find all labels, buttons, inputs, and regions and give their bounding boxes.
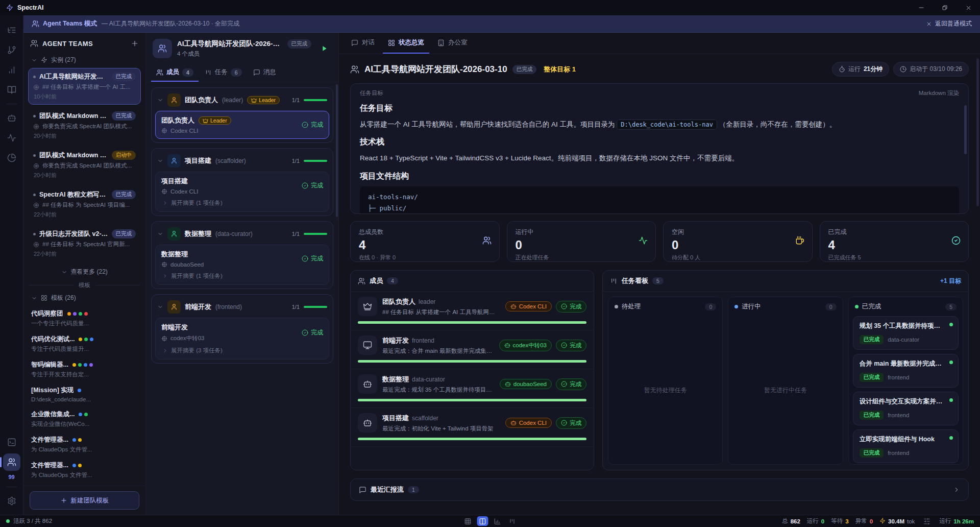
member-row[interactable]: 数据整理data-curator 最近完成：规划 35 个工具数据并待项目骨架就… xyxy=(351,369,594,408)
member-progress-bar xyxy=(358,438,586,440)
kanban-card[interactable]: 设计组件与交互实现方案并待... 已完成 frontend xyxy=(853,392,959,425)
sidebar-scroll-area[interactable]: 实例 (27) AI工具导航网站开发团... 已完成 ## 任务目标 从零搭建一… xyxy=(23,52,145,486)
rail-git-branch-button[interactable] xyxy=(3,41,20,59)
app-title: SpectrAI xyxy=(17,4,43,11)
restore-button[interactable] xyxy=(933,0,957,15)
goal-panel-scrollbar[interactable] xyxy=(964,105,967,154)
template-item[interactable]: [Mission] 实现 D:\desk_code\claude... xyxy=(28,382,141,406)
markdown-render-toggle[interactable]: Markdown 渲染 xyxy=(919,89,959,97)
member-group-header[interactable]: 团队负责人 (leader) Leader 1/1 xyxy=(155,91,329,111)
template-desc: 为 ClaudeOps 文件管... xyxy=(31,471,138,479)
member-name: 团队负责人 xyxy=(161,116,194,125)
rail-docs-button[interactable] xyxy=(3,81,20,99)
chevron-down-icon xyxy=(157,97,163,103)
rail-divider xyxy=(6,487,17,487)
expand-summary-toggle[interactable]: 展开摘要 (3 项任务) xyxy=(161,347,323,354)
status-dot xyxy=(33,76,36,78)
expand-summary-toggle[interactable]: 展开摘要 (1 项任务) xyxy=(161,272,323,280)
view-kanban-button[interactable] xyxy=(507,516,518,526)
instance-status-badge: 已完成 xyxy=(112,72,136,81)
member-group-header[interactable]: 项目搭建 (scaffolder) 1/1 xyxy=(155,152,329,172)
mode-title: Agent Teams 模式 xyxy=(32,19,97,28)
exit-mode-button[interactable]: 返回普通模式 xyxy=(926,19,972,28)
group-role: (frontend) xyxy=(215,303,242,310)
group-role: (data-curator) xyxy=(215,230,253,237)
started-pill: 启动于 03/10 09:26 xyxy=(893,62,969,77)
bot-icon xyxy=(505,381,511,387)
team-tab-成员[interactable]: 成员4 xyxy=(151,63,199,82)
team-tab-消息[interactable]: 消息 xyxy=(248,63,281,82)
sidebar-header: AGENT TEAMS xyxy=(23,33,145,52)
member-card[interactable]: 项目搭建 Codex CLI 完成 展开摘要 (1 项任务) xyxy=(155,172,329,212)
stat-sub: 待分配 0 人 xyxy=(672,254,804,261)
instance-desc: 你要负责完成 SpectrAI 团队模式... xyxy=(33,123,136,130)
member-row[interactable]: 项目搭建scaffolder 最近完成：初始化 Vite + Tailwind … xyxy=(351,408,594,447)
template-item[interactable]: 文件管理器... 为 ClaudeOps 文件管... xyxy=(28,432,141,458)
kanban-card[interactable]: 立即实现前端组件与 Hook 已完成 frontend xyxy=(853,429,959,463)
member-model: codex中转03 xyxy=(161,334,302,342)
sliders-icon xyxy=(923,518,930,525)
template-item[interactable]: 企业微信集成... 实现企业微信(WeCo... xyxy=(28,406,141,432)
team-panel-scrollbar[interactable] xyxy=(336,84,338,217)
instance-item[interactable]: SpectrAI 教程文档写作... 已完成 ## 任务目标 为 SpectrA… xyxy=(28,186,141,223)
instances-section-toggle[interactable]: 实例 (27) xyxy=(28,52,141,68)
status-metrics: 总862运行0等待3异常030.4Mtok运行1h 26m xyxy=(782,516,974,526)
chevron-down-icon xyxy=(157,158,163,164)
template-item[interactable]: 代码洞察团 一个专注于代码质量... xyxy=(28,306,141,331)
instance-item[interactable]: 团队模式 Markdown 渲... 已完成 你要负责完成 SpectrAI 团… xyxy=(28,107,141,144)
main-tab-状态总览[interactable]: 状态总览 xyxy=(383,33,429,54)
member-card[interactable]: 团队负责人 Leader Codex CLI 完成 xyxy=(155,111,329,139)
show-more-button[interactable]: 查看更多 (22) xyxy=(28,265,141,280)
main-scrollbar[interactable] xyxy=(976,58,979,206)
new-template-button[interactable]: 新建团队模板 xyxy=(30,491,139,510)
view-chart-button[interactable] xyxy=(492,516,503,526)
total-runtime: 运行1h 26m xyxy=(939,517,974,525)
member-group: 项目搭建 (scaffolder) 1/1 项目搭建 Codex CLI 完成 … xyxy=(151,148,333,216)
rail-terminal-button[interactable] xyxy=(3,434,20,451)
minimize-button[interactable] xyxy=(910,0,933,15)
member-row[interactable]: 前端开发frontend 最近完成：合并 main 最新数据并完成集成验证 co… xyxy=(351,330,594,369)
close-button[interactable] xyxy=(957,0,980,15)
sliders-button[interactable] xyxy=(921,516,933,526)
column-cards: 规划 35 个工具数据并待项目骨架就绪后落库 已完成 data-curator … xyxy=(849,316,963,464)
instance-item[interactable]: 团队模式 Markdown 渲... 启动中 你要负责完成 SpectrAI 团… xyxy=(28,147,141,183)
member-card[interactable]: 前端开发 codex中转03 完成 展开摘要 (3 项任务) xyxy=(155,318,329,360)
member-card[interactable]: 数据整理 doubaoSeed 完成 展开摘要 (1 项任务) xyxy=(155,245,329,285)
member-group-header[interactable]: 前端开发 (frontend) 1/1 xyxy=(155,298,329,318)
template-desc: 专注于代码质量提升... xyxy=(31,345,138,353)
team-play-button[interactable] xyxy=(316,41,332,56)
recent-reports-bar[interactable]: 最近汇报流 1 xyxy=(350,478,969,501)
template-item[interactable]: 智码编辑器... 专注于开发支持自定... xyxy=(28,357,141,382)
rail-agent-teams-button[interactable] xyxy=(3,453,20,471)
team-tab-任务[interactable]: 任务6 xyxy=(200,63,247,82)
view-table-button[interactable] xyxy=(462,516,474,526)
main-tab-对话[interactable]: 对话 xyxy=(346,33,380,54)
rail-settings-button[interactable] xyxy=(3,492,20,510)
extra-goal-link[interactable]: +1 目标 xyxy=(940,277,961,285)
rail-chart-button[interactable] xyxy=(3,61,20,79)
minimize-icon xyxy=(918,5,924,11)
kanban-card[interactable]: 规划 35 个工具数据并待项目骨架就绪后落库 已完成 data-curator xyxy=(853,316,959,350)
users-icon xyxy=(156,69,163,76)
chevron-down-icon xyxy=(31,295,37,301)
expand-summary-toggle[interactable]: 展开摘要 (1 项任务) xyxy=(161,199,323,207)
view-columns-button[interactable] xyxy=(477,516,488,526)
instance-item[interactable]: AI工具导航网站开发团... 已完成 ## 任务目标 从零搭建一个 AI 工..… xyxy=(28,68,141,105)
template-item[interactable]: 文件管理器... 为 ClaudeOps 文件管... xyxy=(28,458,141,483)
kanban-card[interactable]: 合并 main 最新数据并完成集成验证 已完成 frontend xyxy=(853,354,959,388)
add-team-button[interactable] xyxy=(131,39,139,47)
rail-pie-button[interactable] xyxy=(3,149,20,166)
main-tab-办公室[interactable]: 办公室 xyxy=(432,33,473,54)
rail-activity-button[interactable] xyxy=(3,129,20,147)
template-item[interactable]: 代码优化测试... 专注于代码质量提升... xyxy=(28,331,141,357)
rail-tree-button[interactable] xyxy=(3,21,20,39)
user-icon xyxy=(170,230,178,237)
member-group-header[interactable]: 数据整理 (data-curator) 1/1 xyxy=(155,225,329,245)
users-icon xyxy=(350,65,359,74)
rail-bot-button[interactable] xyxy=(3,109,20,127)
instance-item[interactable]: 升级日志开发团队 v2-2... 已完成 ## 任务目标 为 SpectrAI … xyxy=(28,225,141,262)
team-status-badge: 已完成 xyxy=(287,39,312,49)
member-row[interactable]: 团队负责人leader ## 任务目标 从零搭建一个 AI 工具导航网站，帮助用… xyxy=(351,292,594,330)
templates-section-toggle[interactable]: 模板 (26) xyxy=(28,290,141,306)
template-desc: D:\desk_code\claude... xyxy=(31,396,138,402)
